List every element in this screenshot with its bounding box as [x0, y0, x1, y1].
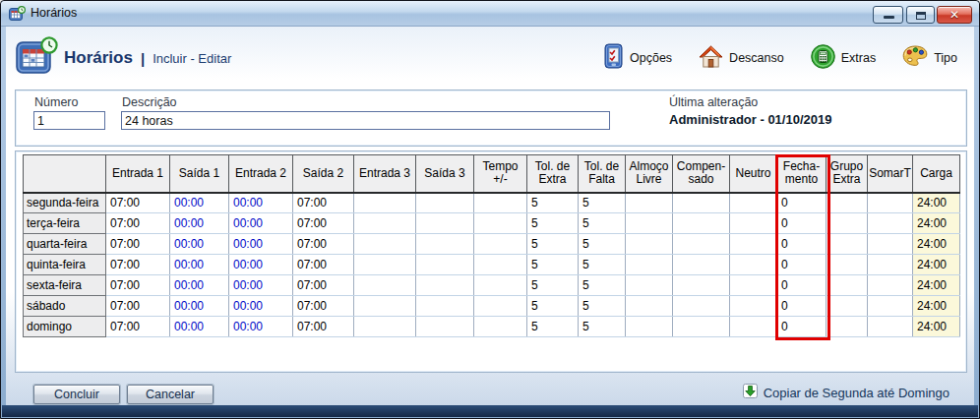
- schedule-cell-entrada3[interactable]: [354, 275, 416, 296]
- schedule-cell-fechamento[interactable]: 0: [777, 193, 827, 213]
- schedule-cell-entrada2[interactable]: 00:00: [229, 317, 293, 337]
- schedule-cell-saida2[interactable]: 07:00: [293, 275, 354, 296]
- schedule-cell-almoco[interactable]: [626, 234, 673, 255]
- schedule-cell-entrada3[interactable]: [354, 193, 416, 213]
- schedule-cell-entrada3[interactable]: [354, 296, 416, 317]
- schedule-cell-fechamento[interactable]: 0: [777, 234, 827, 255]
- descanso-button[interactable]: Descanso: [699, 45, 784, 72]
- schedule-cell-saida2[interactable]: 07:00: [293, 193, 354, 213]
- schedule-cell-entrada1[interactable]: 07:00: [106, 213, 170, 234]
- schedule-cell-carga[interactable]: 24:00: [913, 234, 960, 255]
- schedule-cell-neutro[interactable]: [730, 213, 777, 234]
- schedule-cell-neutro[interactable]: [730, 296, 777, 317]
- schedule-cell-tol_extra[interactable]: 5: [527, 296, 579, 317]
- schedule-cell-saida2[interactable]: 07:00: [293, 234, 354, 255]
- schedule-cell-tol_falta[interactable]: 5: [579, 193, 626, 213]
- schedule-cell-fechamento[interactable]: 0: [777, 317, 827, 337]
- schedule-cell-tol_falta[interactable]: 5: [579, 296, 626, 317]
- schedule-cell-almoco[interactable]: [626, 193, 673, 213]
- schedule-cell-entrada1[interactable]: 07:00: [106, 193, 170, 213]
- schedule-cell-grupo_extra[interactable]: [827, 213, 868, 234]
- schedule-cell-tol_falta[interactable]: 5: [579, 255, 626, 275]
- schedule-cell-entrada2[interactable]: 00:00: [229, 255, 293, 275]
- schedule-cell-grupo_extra[interactable]: [827, 193, 868, 213]
- schedule-cell-fechamento[interactable]: 0: [777, 213, 827, 234]
- schedule-cell-carga[interactable]: 24:00: [913, 296, 960, 317]
- schedule-cell-entrada1[interactable]: 07:00: [106, 296, 170, 317]
- schedule-cell-almoco[interactable]: [626, 275, 673, 296]
- descricao-input[interactable]: [121, 111, 610, 130]
- titlebar[interactable]: Horários ✕: [1, 1, 979, 27]
- schedule-cell-carga[interactable]: 24:00: [913, 317, 960, 337]
- schedule-cell-almoco[interactable]: [626, 317, 673, 337]
- schedule-cell-saida3[interactable]: [416, 255, 474, 275]
- schedule-cell-entrada2[interactable]: 00:00: [229, 193, 293, 213]
- schedule-cell-saida2[interactable]: 07:00: [293, 317, 354, 337]
- schedule-cell-saida1[interactable]: 00:00: [170, 275, 229, 296]
- schedule-cell-compensado[interactable]: [673, 317, 730, 337]
- schedule-cell-almoco[interactable]: [626, 255, 673, 275]
- schedule-cell-somart[interactable]: [868, 234, 913, 255]
- copy-range-button[interactable]: Copiar de Segunda até Domingo: [743, 384, 949, 402]
- schedule-cell-tempo[interactable]: [474, 193, 527, 213]
- schedule-cell-somart[interactable]: [868, 296, 913, 317]
- schedule-cell-saida3[interactable]: [416, 213, 474, 234]
- schedule-cell-fechamento[interactable]: 0: [777, 296, 827, 317]
- schedule-cell-almoco[interactable]: [626, 213, 673, 234]
- tipo-button[interactable]: Tipo: [902, 45, 957, 71]
- schedule-cell-neutro[interactable]: [730, 255, 777, 275]
- schedule-cell-saida1[interactable]: 00:00: [170, 193, 229, 213]
- schedule-cell-tempo[interactable]: [474, 296, 527, 317]
- schedule-cell-entrada3[interactable]: [354, 255, 416, 275]
- schedule-cell-saida1[interactable]: 00:00: [170, 296, 229, 317]
- schedule-cell-entrada3[interactable]: [354, 213, 416, 234]
- schedule-cell-neutro[interactable]: [730, 193, 777, 213]
- schedule-cell-tempo[interactable]: [474, 255, 527, 275]
- schedule-cell-compensado[interactable]: [673, 255, 730, 275]
- schedule-cell-saida1[interactable]: 00:00: [170, 255, 229, 275]
- schedule-cell-compensado[interactable]: [673, 234, 730, 255]
- schedule-cell-tempo[interactable]: [474, 317, 527, 337]
- opcoes-button[interactable]: Opções: [603, 43, 672, 73]
- schedule-cell-tol_falta[interactable]: 5: [579, 234, 626, 255]
- schedule-cell-grupo_extra[interactable]: [827, 255, 868, 275]
- schedule-cell-fechamento[interactable]: 0: [777, 275, 827, 296]
- schedule-cell-entrada1[interactable]: 07:00: [106, 234, 170, 255]
- schedule-cell-somart[interactable]: [868, 193, 913, 213]
- schedule-cell-saida2[interactable]: 07:00: [293, 296, 354, 317]
- schedule-cell-fechamento[interactable]: 0: [777, 255, 827, 275]
- schedule-cell-carga[interactable]: 24:00: [913, 213, 960, 234]
- schedule-cell-grupo_extra[interactable]: [827, 234, 868, 255]
- schedule-cell-almoco[interactable]: [626, 296, 673, 317]
- schedule-cell-saida3[interactable]: [416, 275, 474, 296]
- schedule-cell-entrada3[interactable]: [354, 234, 416, 255]
- schedule-cell-tol_extra[interactable]: 5: [527, 255, 579, 275]
- schedule-cell-compensado[interactable]: [673, 275, 730, 296]
- close-button[interactable]: ✕: [937, 6, 972, 24]
- schedule-cell-grupo_extra[interactable]: [827, 275, 868, 296]
- schedule-cell-neutro[interactable]: [730, 234, 777, 255]
- schedule-cell-carga[interactable]: 24:00: [913, 255, 960, 275]
- schedule-cell-tempo[interactable]: [474, 275, 527, 296]
- schedule-cell-saida3[interactable]: [416, 317, 474, 337]
- schedule-cell-saida3[interactable]: [416, 193, 474, 213]
- maximize-button[interactable]: [906, 6, 935, 24]
- schedule-cell-compensado[interactable]: [673, 193, 730, 213]
- schedule-cell-neutro[interactable]: [730, 275, 777, 296]
- schedule-cell-saida2[interactable]: 07:00: [293, 213, 354, 234]
- schedule-cell-somart[interactable]: [868, 255, 913, 275]
- schedule-cell-somart[interactable]: [868, 317, 913, 337]
- schedule-cell-saida1[interactable]: 00:00: [170, 234, 229, 255]
- schedule-cell-entrada1[interactable]: 07:00: [106, 317, 170, 337]
- concluir-button[interactable]: Concluir: [33, 385, 120, 404]
- minimize-button[interactable]: [873, 6, 903, 24]
- schedule-cell-entrada1[interactable]: 07:00: [106, 255, 170, 275]
- schedule-cell-compensado[interactable]: [673, 296, 730, 317]
- schedule-cell-compensado[interactable]: [673, 213, 730, 234]
- schedule-cell-carga[interactable]: 24:00: [913, 193, 960, 213]
- schedule-cell-saida1[interactable]: 00:00: [170, 317, 229, 337]
- schedule-cell-tol_extra[interactable]: 5: [527, 275, 579, 296]
- schedule-cell-grupo_extra[interactable]: [827, 296, 868, 317]
- schedule-cell-entrada2[interactable]: 00:00: [229, 296, 293, 317]
- schedule-cell-tol_falta[interactable]: 5: [579, 317, 626, 337]
